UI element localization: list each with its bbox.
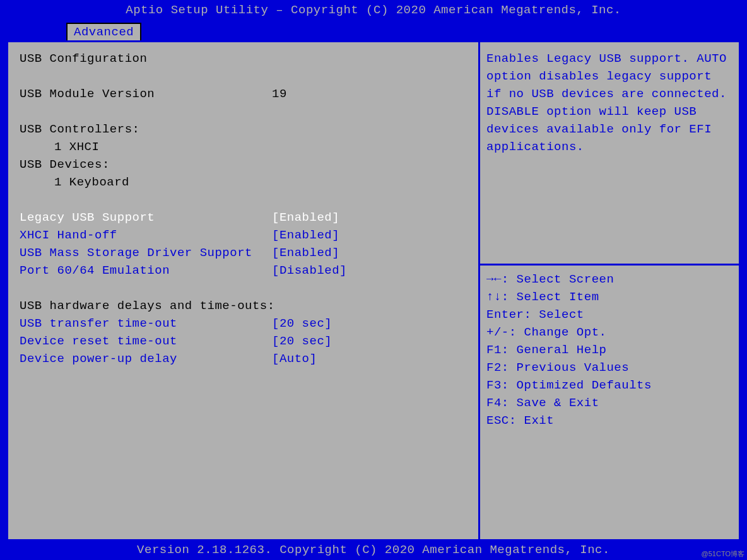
option-legacy-usb-support[interactable]: Legacy USB Support [Enabled]: [20, 209, 472, 226]
option-label: Device power-up delay: [20, 350, 272, 368]
option-usb-transfer-timeout[interactable]: USB transfer time-out [20 sec]: [20, 315, 472, 332]
keyhelp-select-screen: →←: Select Screen: [486, 271, 732, 288]
option-label: Device reset time-out: [20, 332, 272, 350]
usb-controllers-label: USB Controllers:: [20, 120, 272, 138]
option-value: [20 sec]: [272, 315, 332, 332]
usb-devices-value: 1 Keyboard: [20, 173, 307, 191]
option-usb-mass-storage[interactable]: USB Mass Storage Driver Support [Enabled…: [20, 244, 472, 262]
option-xhci-handoff[interactable]: XHCI Hand-off [Enabled]: [20, 226, 472, 244]
main-frame: USB Configuration USB Module Version 19 …: [6, 40, 741, 541]
option-value: [20 sec]: [272, 332, 332, 350]
keyhelp-enter: Enter: Select: [486, 306, 732, 324]
watermark: @51CTO博客: [702, 549, 744, 559]
option-value: [Enabled]: [272, 244, 339, 262]
keyhelp-f3: F3: Optimized Defaults: [486, 376, 732, 394]
option-value: [Enabled]: [272, 226, 339, 244]
keyhelp-f1: F1: General Help: [486, 341, 732, 359]
option-device-powerup-delay[interactable]: Device power-up delay [Auto]: [20, 350, 472, 368]
option-label: XHCI Hand-off: [20, 226, 272, 244]
settings-panel: USB Configuration USB Module Version 19 …: [8, 42, 478, 539]
section-title: USB Configuration: [20, 50, 272, 67]
keyhelp-f2: F2: Previous Values: [486, 359, 732, 376]
usb-controllers-value: 1 XHCI: [20, 138, 307, 156]
help-panel: Enables Legacy USB support. AUTO option …: [478, 42, 739, 539]
option-label: Legacy USB Support: [20, 209, 272, 226]
keyhelp-change-opt: +/-: Change Opt.: [486, 324, 732, 341]
option-port-6064-emulation[interactable]: Port 60/64 Emulation [Disabled]: [20, 262, 472, 279]
usb-module-version-value: 19: [272, 85, 287, 103]
option-label: USB transfer time-out: [20, 315, 272, 332]
option-label: USB Mass Storage Driver Support: [20, 244, 272, 262]
delays-section-title: USB hardware delays and time-outs:: [20, 297, 272, 315]
tab-advanced[interactable]: Advanced: [66, 23, 141, 40]
usb-devices-label: USB Devices:: [20, 156, 272, 173]
option-device-reset-timeout[interactable]: Device reset time-out [20 sec]: [20, 332, 472, 350]
bios-screen: Aptio Setup Utility – Copyright (C) 2020…: [0, 0, 747, 560]
help-divider: [480, 264, 739, 265]
usb-module-version-label: USB Module Version: [20, 85, 272, 103]
help-description: Enables Legacy USB support. AUTO option …: [486, 50, 732, 261]
keyhelp-esc: ESC: Exit: [486, 412, 732, 429]
keyhelp-select-item: ↑↓: Select Item: [486, 288, 732, 306]
tab-bar: Advanced: [0, 23, 747, 40]
option-label: Port 60/64 Emulation: [20, 262, 272, 279]
option-value: [Enabled]: [272, 209, 339, 226]
option-value: [Disabled]: [272, 262, 347, 279]
option-value: [Auto]: [272, 350, 317, 368]
header-title: Aptio Setup Utility – Copyright (C) 2020…: [0, 0, 747, 23]
keyhelp-f4: F4: Save & Exit: [486, 394, 732, 412]
footer-version: Version 2.18.1263. Copyright (C) 2020 Am…: [0, 541, 747, 560]
